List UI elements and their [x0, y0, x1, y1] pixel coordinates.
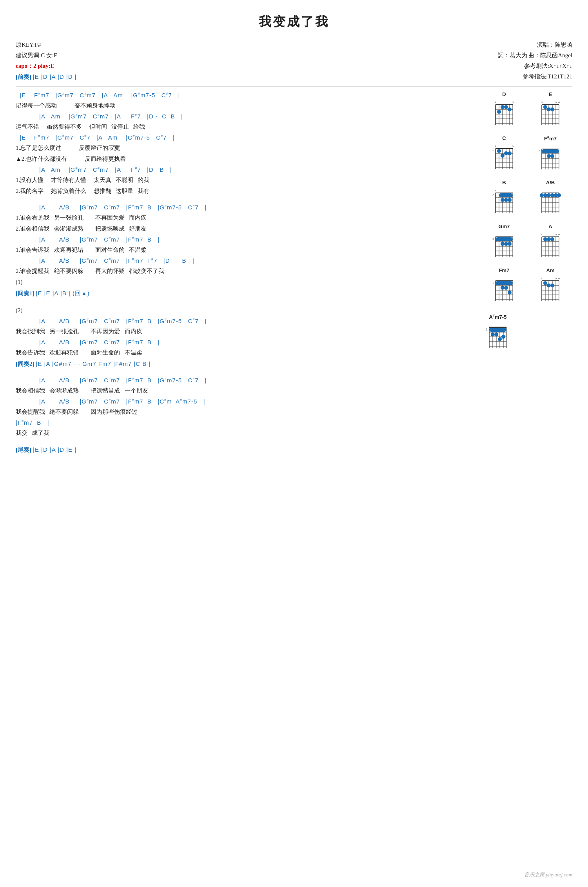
final-chord-1: |A A/B |G#m7 C#m7 |F#m7 B |G#m7-5 C#7 |	[16, 376, 478, 385]
main-layout: |E F#m7 |G#m7 C#m7 |A Am |G#m7-5 C#7 | 记…	[16, 91, 572, 462]
prelude-label: [前奏]	[16, 74, 31, 80]
interlude1-chords: |E |E |A |B | (回▲)	[36, 290, 90, 296]
svg-point-46	[501, 154, 505, 158]
chorus-lyric-2: 1.谁会告诉我 欢迎再犯错 面对生命的 不温柔	[16, 245, 478, 254]
prelude: [前奏] |E |D |A |D |D |	[16, 71, 77, 82]
final-lyric-3: 我变 成了我	[16, 428, 478, 438]
header-left: 原KEY:F# 建议男调:C 女:F capo：2 play:E [前奏] |E…	[16, 40, 77, 82]
prelude-chords: |E |D |A |D |D |	[33, 73, 77, 80]
chord-name-C: C	[502, 135, 506, 143]
svg-point-29	[547, 107, 551, 111]
svg-point-180	[491, 333, 495, 336]
svg-point-66	[550, 154, 554, 158]
verse1-block: |E F#m7 |G#m7 C#m7 |A Am |G#m7-5 C#7 | 记…	[16, 91, 478, 196]
svg-point-129	[547, 237, 551, 241]
svg-point-28	[543, 105, 547, 109]
finger-pattern: 参考指法:T121T121	[498, 71, 572, 82]
svg-text:o: o	[558, 233, 560, 236]
svg-point-148	[504, 286, 508, 290]
svg-text:o: o	[512, 144, 514, 148]
chord-diagram-Asm75-wrapper: A#m7-5 1	[486, 312, 572, 355]
header-right: 演唱：陈思函 詞：葛大为 曲：陈思函Angel 参考刷法:X↑↓↑X↑↓ 参考指…	[498, 40, 572, 82]
original-key: 原KEY:F#	[16, 40, 77, 50]
chord-name-B: B	[502, 179, 506, 187]
chorus-lyric-1b: 2.谁会相信我 会渐渐成熟 把遗憾唤成 好朋友	[16, 224, 478, 233]
chord-diagram-AB: A/B	[532, 179, 568, 215]
chord-grid-D: x o	[492, 100, 516, 127]
chord-row-4: |A Am |G#m7 C#m7 |A F#7 |D B |	[16, 165, 478, 174]
svg-text:x: x	[541, 233, 543, 236]
lyric-row-4: 1.没有人懂 才等待有人懂 太天真 不聪明 的我	[16, 175, 478, 185]
sec2-chord-1: |A A/B |G#m7 C#m7 |F#m7 B |G#m7-5 C#7 |	[16, 316, 478, 326]
svg-point-128	[543, 237, 547, 241]
chord-name-Fm7: Fm7	[499, 267, 510, 275]
svg-text:o: o	[555, 100, 557, 104]
svg-point-182	[498, 337, 502, 341]
chord-row-3: |E F#m7 |G#m7 C#7 |A Am |G#m7-5 C#7 |	[16, 133, 478, 142]
svg-text:1: 1	[492, 281, 494, 285]
svg-point-163	[550, 284, 554, 287]
svg-text:3: 3	[492, 237, 494, 241]
svg-rect-64	[542, 149, 559, 153]
svg-point-183	[501, 335, 505, 339]
lyric-row-1: 记得每一个感动 奋不顾身地悸动	[16, 101, 478, 110]
chord-grid-Fsm7: 2	[539, 144, 562, 171]
svg-rect-79	[499, 193, 513, 197]
svg-text:C: C	[492, 148, 494, 152]
svg-text:x: x	[495, 100, 496, 104]
svg-text:x: x	[495, 144, 496, 148]
chord-diagram-E: E o o o	[532, 91, 568, 127]
svg-text:o: o	[512, 100, 514, 104]
chord-diagram-Fm7: Fm7 1	[486, 267, 522, 303]
svg-rect-179	[489, 328, 506, 332]
svg-point-11	[497, 110, 501, 114]
svg-point-181	[494, 333, 498, 336]
chord-grid-Am: x o o	[539, 276, 562, 303]
chord-diagram-Asm75: A#m7-5 1	[486, 313, 510, 349]
chord-diagram-B: B 2 x	[486, 179, 522, 215]
chord-diagram-Am: Am x o	[532, 267, 568, 303]
svg-point-149	[508, 291, 512, 294]
svg-text:o: o	[555, 276, 557, 280]
chord-diagram-Fsm7: F#m7 2	[532, 135, 568, 171]
svg-point-81	[504, 198, 508, 202]
chord-grid-C: x o C	[492, 144, 516, 171]
svg-point-13	[504, 105, 508, 109]
svg-text:2: 2	[539, 149, 540, 153]
header-area: 原KEY:F# 建议男调:C 女:F capo：2 play:E [前奏] |E…	[16, 40, 572, 82]
lyric-row-4b: 2.我的名字 她背负着什么 想推翻 这胆量 我有	[16, 186, 478, 196]
chord-grid-AB	[539, 188, 562, 215]
section-num-2: (2)	[16, 305, 478, 315]
svg-point-45	[497, 149, 501, 153]
chorus-chord-3: |A A/B |G#m7 C#m7 |F#m7 F#7 |D B |	[16, 256, 478, 265]
svg-point-161	[543, 281, 547, 285]
final-lyric-2: 我会提醒我 绝不要闪躲 因为那些伤痕经过	[16, 407, 478, 416]
chord-diagram-grid: D	[486, 91, 572, 308]
watermark: 音乐之家 yinyuezj.com	[524, 871, 572, 879]
chorus-block: |A A/B |G#m7 C#m7 |F#m7 B |G#m7-5 C#7 | …	[16, 203, 478, 298]
svg-point-47	[504, 151, 508, 155]
svg-point-65	[547, 154, 551, 158]
svg-text:o: o	[558, 100, 560, 104]
final-chord-3: |F#m7 B |	[16, 418, 478, 427]
lyric-row-3: 1.忘了是怎么度过 反覆辩证的寂寞	[16, 143, 478, 153]
final-chorus-block: |A A/B |G#m7 C#m7 |F#m7 B |G#m7-5 C#7 | …	[16, 376, 478, 438]
lyricist: 詞：葛大为 曲：陈思函Angel	[498, 50, 572, 61]
chord-name-Am: Am	[546, 267, 555, 275]
chorus-chord-1: |A A/B |G#m7 C#m7 |F#m7 B |G#m7-5 C#7 |	[16, 203, 478, 212]
interlude1: [间奏1] |E |E |A |B | (回▲)	[16, 288, 478, 298]
chord-grid-Fm7: 1	[492, 276, 516, 303]
score-area: |E F#m7 |G#m7 C#m7 |A Am |G#m7-5 C#7 | 记…	[16, 91, 486, 462]
chord-grid-Asm75: 1	[486, 323, 510, 349]
svg-rect-113	[495, 237, 513, 241]
chord-diagram-Gm7: Gm7 3	[486, 223, 522, 259]
svg-text:x: x	[495, 189, 496, 192]
chord-name-E: E	[549, 91, 552, 99]
chorus-lyric-1: 1.谁会看见我 另一张脸孔 不再因为爱 而内疚	[16, 213, 478, 222]
svg-point-115	[504, 242, 508, 246]
svg-point-130	[550, 237, 554, 241]
svg-point-80	[501, 198, 505, 202]
chord-name-Asm75: A#m7-5	[489, 313, 507, 322]
svg-point-12	[501, 105, 505, 109]
chorus-lyric-3: 2.谁会提醒我 绝不要闪躲 再大的怀疑 都改变不了我	[16, 266, 478, 276]
